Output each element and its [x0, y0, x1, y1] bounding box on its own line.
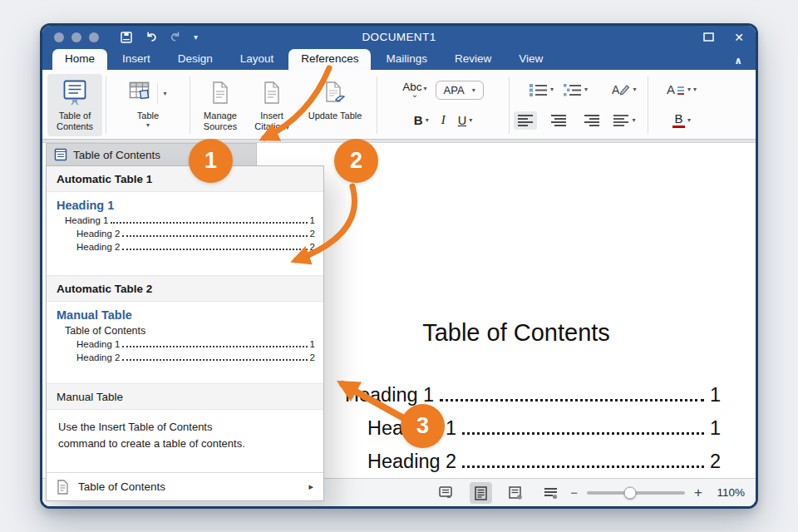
- numbered-list-caret-icon: ▾: [550, 86, 554, 93]
- dotted-leader: [440, 399, 704, 401]
- submenu-arrow-icon: ▸: [308, 481, 313, 492]
- font-color-button[interactable]: B▾: [672, 112, 691, 128]
- toc-small-icon: [54, 148, 67, 161]
- title-bar: ▾ DOCUMENT1 ✕: [42, 26, 756, 48]
- change-case-button[interactable]: A▾▾: [667, 83, 697, 96]
- ribbon-divider: [106, 76, 106, 134]
- update-table-button[interactable]: Update Table: [297, 74, 373, 136]
- paragraph-group: ▾ ▾: [513, 74, 604, 136]
- tab-references[interactable]: References: [288, 49, 371, 70]
- tab-layout[interactable]: Layout: [228, 49, 287, 70]
- svg-text:A: A: [612, 83, 620, 96]
- extra-caret-icon: ▾: [693, 86, 697, 93]
- toc-button-label: Table of: [59, 111, 91, 121]
- document-icon: [57, 480, 69, 495]
- collapse-ribbon-icon[interactable]: ∧: [734, 55, 742, 66]
- menu-description: Use the Insert Table of Contents command…: [47, 410, 323, 472]
- toc-entry: Heading 11: [345, 384, 721, 406]
- spelling-caret-icon: ▾: [424, 85, 427, 92]
- chevron-down-icon: ⌄: [411, 91, 418, 99]
- table-button-label: Table: [137, 111, 159, 121]
- align-right-button[interactable]: [580, 111, 603, 130]
- automatic-table-2-option[interactable]: Manual Table Table of Contents Heading 1…: [47, 302, 323, 383]
- font-color-caret-icon: ▾: [687, 116, 691, 124]
- automatic-table-1-option[interactable]: Heading 1 Heading 11 Heading 22 Heading …: [47, 192, 323, 275]
- zoom-in-button[interactable]: +: [694, 485, 702, 501]
- update-table-icon: [323, 76, 347, 111]
- preview-entry: Heading 22: [76, 242, 315, 253]
- zoom-slider[interactable]: [587, 491, 685, 495]
- styles-pen-button[interactable]: A▾: [612, 82, 636, 96]
- svg-text:A: A: [667, 83, 675, 96]
- menu-section-automatic-table-1: Automatic Table 1: [47, 166, 323, 192]
- insert-citation-caret-icon: ▾: [286, 124, 289, 131]
- dotted-leader: [462, 432, 704, 435]
- styles-pen-caret-icon: ▾: [633, 86, 636, 93]
- line-spacing-caret-icon: ▾: [632, 116, 635, 124]
- tab-view[interactable]: View: [506, 49, 555, 70]
- font-group: Abc▾ ⌄ APA ▾ B▾ I U▾: [381, 74, 505, 136]
- callout-badge-3: 3: [401, 404, 445, 448]
- preview-entry: Heading 22: [76, 229, 315, 239]
- bold-caret-icon: ▾: [426, 116, 429, 124]
- insert-citation-label: Insert: [260, 111, 283, 121]
- table-of-contents-button[interactable]: Table ofContents: [47, 74, 102, 136]
- table-caret-icon: ▾: [163, 90, 166, 97]
- menu-section-manual-table[interactable]: Manual Table: [47, 383, 323, 410]
- web-layout-button[interactable]: [505, 482, 527, 504]
- toc-dropdown-menu: Automatic Table 1 Heading 1 Heading 11 H…: [46, 165, 324, 501]
- table-button[interactable]: ▾ Table ▾: [110, 74, 186, 136]
- numbered-list-button[interactable]: ▾: [530, 83, 554, 96]
- document-icon: [210, 76, 230, 111]
- menu-section-automatic-table-2: Automatic Table 2: [47, 275, 323, 302]
- manage-sources-label: Manage: [204, 111, 237, 121]
- insert-citation-button[interactable]: InsertCitation▾: [247, 74, 297, 136]
- underline-caret-icon: ▾: [469, 116, 472, 124]
- insert-table-of-contents-item[interactable]: Table of Contents ▸: [47, 472, 323, 500]
- table-dropdown-caret-icon: ▾: [146, 121, 150, 129]
- draft-view-button[interactable]: [539, 482, 562, 504]
- callout-badge-2: 2: [334, 139, 378, 183]
- table-icon: [129, 81, 152, 105]
- case-color-group: A▾▾ B▾: [652, 74, 712, 136]
- preview-entry: Heading 11: [76, 339, 315, 350]
- ribbon-tab-bar: Home Insert Design Layout References Mai…: [42, 48, 756, 70]
- word-window: ▾ DOCUMENT1 ✕ Home Insert Design Layout …: [40, 23, 758, 509]
- tab-mailings[interactable]: Mailings: [373, 49, 440, 70]
- line-spacing-button[interactable]: ▾: [613, 114, 635, 127]
- ribbon-divider: [190, 76, 190, 134]
- multilevel-list-caret-icon: ▾: [584, 86, 588, 93]
- align-left-button[interactable]: [514, 111, 537, 130]
- read-mode-button[interactable]: [435, 482, 457, 504]
- toc-menu-anchor-label: Table of Contents: [73, 149, 160, 161]
- update-table-label: Update Table: [308, 111, 362, 121]
- dotted-leader: [462, 466, 704, 468]
- style-caret-icon: ▾: [472, 86, 475, 94]
- tab-insert[interactable]: Insert: [110, 49, 163, 70]
- underline-button[interactable]: U▾: [458, 114, 473, 127]
- preview-entry: Heading 11: [65, 215, 315, 226]
- tab-home[interactable]: Home: [52, 49, 107, 70]
- multilevel-list-button[interactable]: ▾: [564, 83, 588, 96]
- toc-entry: Heading 22: [345, 451, 721, 473]
- close-icon[interactable]: ✕: [734, 31, 744, 44]
- bold-button[interactable]: B▾: [414, 113, 429, 127]
- tab-review[interactable]: Review: [442, 49, 504, 70]
- maximize-icon[interactable]: [703, 30, 714, 45]
- manage-sources-button[interactable]: ManageSources: [194, 74, 247, 136]
- spelling-button[interactable]: Abc▾ ⌄: [402, 81, 426, 100]
- table-of-contents-icon: [62, 76, 88, 111]
- callout-badge-1: 1: [189, 139, 233, 183]
- preview-entry: Heading 22: [76, 352, 315, 363]
- tab-design[interactable]: Design: [165, 49, 225, 70]
- zoom-out-button[interactable]: −: [570, 485, 578, 500]
- zoom-slider-thumb[interactable]: [623, 486, 636, 499]
- citation-style-select[interactable]: APA ▾: [436, 81, 484, 100]
- window-title: DOCUMENT1: [42, 31, 756, 43]
- print-layout-button[interactable]: [470, 482, 492, 504]
- align-center-button[interactable]: [547, 111, 570, 130]
- font-color-swatch: [672, 126, 685, 128]
- zoom-level: 110%: [712, 486, 745, 499]
- change-case-caret-icon: ▾: [687, 86, 691, 93]
- italic-button[interactable]: I: [441, 113, 446, 127]
